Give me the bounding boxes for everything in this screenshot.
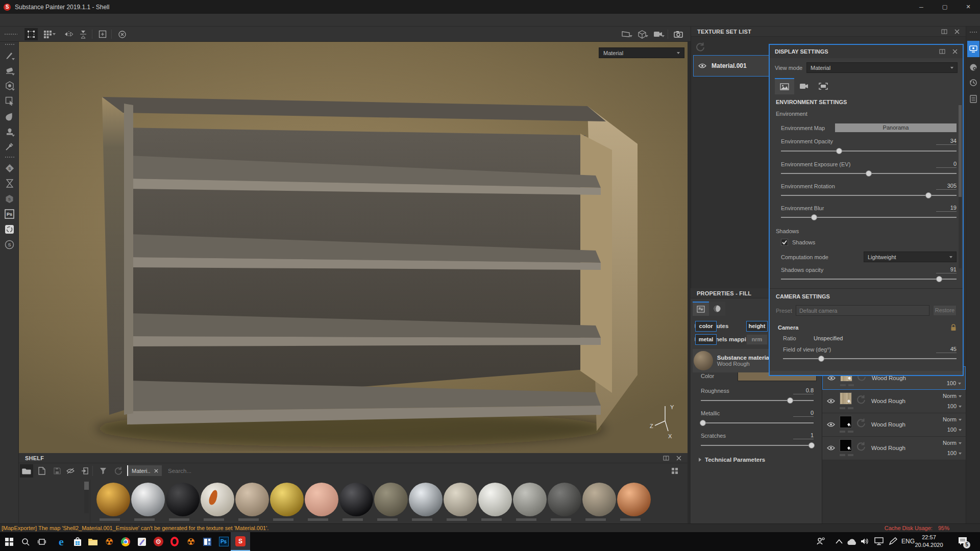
reset-rotation-icon[interactable] [115, 28, 129, 40]
shelf-material-sphere[interactable] [513, 483, 547, 516]
environment-opacity-slider[interactable] [781, 148, 957, 154]
red-utility-icon[interactable]: ⚙ [150, 532, 166, 551]
chip-close-icon[interactable] [154, 469, 158, 473]
iray-hourglass-icon[interactable] [4, 178, 15, 189]
close-panel-icon[interactable] [954, 29, 960, 34]
layer-mask-cycle-icon[interactable] [856, 418, 866, 428]
category-scrollbar[interactable] [84, 482, 89, 513]
photoshop-export-icon[interactable]: Ps [4, 208, 15, 220]
file-explorer-icon[interactable] [85, 532, 101, 551]
radioactive-app-icon[interactable]: ☢ [101, 532, 117, 551]
shelf-category-item[interactable] [19, 489, 90, 492]
shadows-opacity-slider[interactable] [781, 276, 957, 282]
paint-brush-tool-icon[interactable] [4, 49, 15, 61]
scratches-slider[interactable] [701, 442, 814, 448]
computation-mode-dropdown[interactable]: Lightweight [864, 252, 957, 262]
roughness-slider[interactable] [701, 397, 814, 404]
blue-window-app-icon[interactable] [199, 532, 215, 551]
layer-thumbnail[interactable] [840, 439, 852, 452]
tab-camera[interactable] [794, 78, 814, 94]
tray-expand-chevron-icon[interactable] [836, 539, 843, 544]
layer-thumbnail[interactable] [840, 416, 852, 428]
material-slot[interactable]: Substance materia Wood Rough [693, 349, 769, 372]
camera-lock-icon[interactable] [950, 324, 957, 331]
dock-drag-handle[interactable] [969, 31, 977, 34]
shelf-filter-chip[interactable]: Materi.. [127, 465, 162, 476]
shelf-hide-icon[interactable] [64, 464, 77, 478]
maximize-button[interactable]: ▢ [933, 0, 957, 14]
shelf-material-sphere[interactable] [305, 483, 338, 516]
undock-icon[interactable] [941, 29, 947, 34]
layer-row[interactable]: Wood Rough Norm 100 [822, 437, 966, 460]
metallic-slider[interactable] [701, 420, 814, 426]
channel-metal-button[interactable]: metal [695, 334, 717, 345]
layer-mask-cycle-icon[interactable] [856, 394, 866, 405]
radioactive-app-icon-2[interactable]: ☢ [183, 532, 199, 551]
clone-stamp-tool-icon[interactable] [4, 126, 15, 137]
viewport-3d[interactable]: Y Z X Material [19, 42, 688, 453]
shelf-material-sphere[interactable] [374, 483, 408, 516]
viewport-material-mode-dropdown[interactable]: Material [599, 47, 684, 58]
shelf-material-sphere[interactable] [409, 483, 443, 516]
shelf-folder-icon[interactable] [20, 464, 33, 478]
tab-environment[interactable] [775, 78, 794, 94]
close-button[interactable]: ✕ [957, 0, 980, 14]
shelf-material-sphere[interactable] [478, 483, 512, 516]
viewport-2d-icon[interactable] [620, 28, 633, 40]
layer-blend-mode[interactable]: Norm [943, 440, 962, 446]
substance-source-icon[interactable]: S [4, 162, 15, 174]
shelf-material-sphere[interactable] [548, 483, 581, 516]
start-button[interactable] [1, 532, 17, 551]
paint-app-icon[interactable] [134, 532, 150, 551]
tab-fill-settings[interactable] [693, 302, 709, 316]
chrome-icon[interactable] [117, 532, 134, 551]
shelf-material-sphere[interactable] [235, 483, 269, 516]
projection-tool-icon[interactable] [4, 80, 15, 91]
network-tray-icon[interactable] [874, 537, 884, 545]
shelf-material-sphere[interactable] [582, 483, 616, 516]
view-mode-dropdown[interactable]: Material [806, 62, 958, 73]
environment-map-button[interactable]: Panorama [835, 123, 957, 132]
volume-tray-icon[interactable] [861, 537, 870, 545]
toolbar-drag-handle[interactable] [4, 33, 17, 36]
viewport-3d-cube-icon[interactable] [636, 28, 650, 40]
smudge-tool-icon[interactable] [4, 110, 15, 122]
substance-painter-taskbar-icon[interactable]: S [231, 532, 250, 551]
layer-mask-cycle-icon[interactable] [856, 441, 866, 452]
layer-visibility-eye-icon[interactable] [827, 445, 835, 450]
photoshop-icon[interactable]: Ps [215, 532, 232, 551]
layer-visibility-eye-icon[interactable] [827, 375, 836, 381]
scrollbar-thumb[interactable] [959, 105, 962, 197]
channel-color-button[interactable]: color [695, 321, 717, 332]
shelf-material-sphere[interactable] [617, 483, 651, 516]
channel-height-button[interactable]: height [746, 321, 768, 332]
minimize-button[interactable]: ─ [910, 0, 933, 14]
substance-share-icon[interactable]: S [4, 193, 15, 205]
layer-visibility-eye-icon[interactable] [827, 422, 835, 427]
tools-drag-handle[interactable] [5, 43, 15, 46]
layer-blend-mode[interactable]: Norm [943, 416, 962, 422]
section-technical-parameters[interactable]: Technical Parameters [699, 457, 822, 463]
layer-blend-mode[interactable]: Norm [943, 393, 962, 399]
symmetry-vertical-icon[interactable] [77, 28, 90, 40]
shelf-material-sphere[interactable] [166, 483, 200, 516]
shelf-material-sphere[interactable] [444, 483, 477, 516]
log-dock-icon[interactable] [967, 93, 979, 105]
camera-view-icon[interactable] [652, 28, 666, 40]
texture-set-visibility-eye-icon[interactable] [698, 63, 706, 68]
selection-tool-icon[interactable] [24, 28, 38, 40]
close-panel-icon[interactable] [952, 49, 958, 54]
taskbar-clock[interactable]: 22:57 20.04.2020 [908, 534, 950, 549]
environment-exposure-slider[interactable] [781, 170, 957, 177]
material-picker-tool-icon[interactable] [4, 141, 15, 153]
layer-opacity[interactable]: 100 [947, 403, 962, 409]
shelf-material-sphere[interactable] [339, 483, 373, 516]
shelf-new-resource-icon[interactable] [35, 464, 48, 478]
shelf-material-sphere[interactable] [201, 483, 234, 516]
layer-thumbnail[interactable] [840, 392, 852, 405]
shelf-import-icon[interactable] [78, 464, 91, 478]
shelf-material-sphere[interactable] [270, 483, 304, 516]
channel-nrm-button[interactable]: nrm [746, 334, 768, 345]
eraser-tool-icon[interactable] [4, 64, 15, 76]
undock-icon[interactable] [663, 456, 669, 461]
